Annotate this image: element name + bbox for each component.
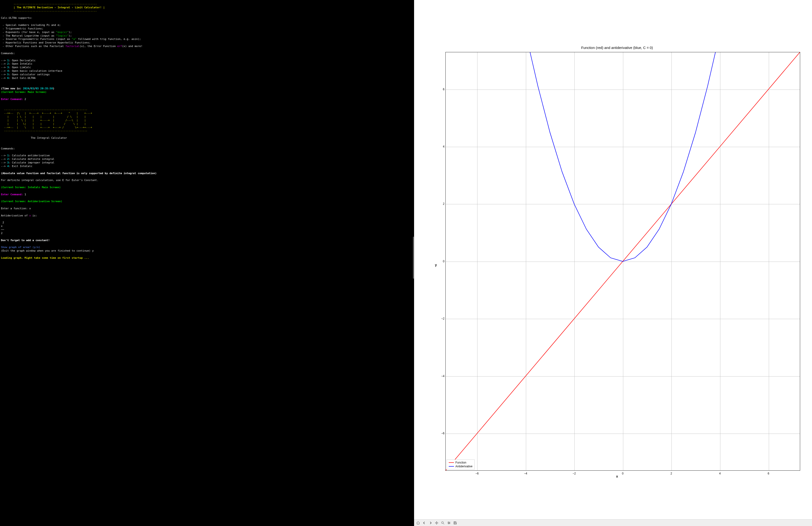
tick-x: −4 — [524, 472, 527, 475]
graph-pane: Function (red) and antiderivative (blue,… — [414, 0, 812, 526]
tick-y: −2 — [441, 317, 445, 321]
show-graph-q: Show graph of area? (y/n) — [1, 246, 40, 249]
home-button[interactable] — [415, 520, 421, 526]
plot-svg — [446, 52, 800, 471]
intecalc-art-6: ----------------------------------------… — [1, 129, 87, 132]
forward-button[interactable] — [427, 520, 434, 526]
svg-point-1 — [448, 522, 449, 523]
intecalc-subtitle: The Integral Calculator — [1, 137, 67, 140]
commands1-heading: Commands: — [1, 52, 15, 55]
banner-rule-top: ----------------------------------------… — [1, 2, 97, 5]
banner-rule-bot: ----------------------------------------… — [1, 10, 97, 13]
time-mm: 03 — [31, 87, 34, 90]
supports-l5-pre: - Inverse Trigonometric Functions (input… — [1, 38, 72, 41]
intecalc-art-0: ----------------------------------------… — [1, 108, 87, 111]
antideriv-post: is: — [31, 214, 37, 217]
intecalc-art-5: --++-- | \ | +----+ +---+ / \+---++---+ — [1, 126, 92, 129]
tick-x: 2 — [670, 472, 672, 475]
supports-l7-post: (x) and more! — [122, 45, 143, 48]
cmd2-txt-2: : Calculate definite integral — [9, 157, 54, 161]
legend-swatch-function — [449, 462, 454, 463]
chart-holder: Function (red) and antiderivative (blue,… — [434, 52, 800, 478]
result-top: 2 — [1, 221, 4, 224]
back-button[interactable] — [421, 520, 427, 526]
result-rule: ── — [1, 228, 4, 231]
supports-l3-post: ); — [69, 31, 72, 34]
supports-l7-mid: (x), the Error Function — [79, 45, 117, 48]
time-post: ) — [53, 87, 55, 90]
supports-l5-post: followed with trig function, e.g. asin); — [76, 38, 141, 41]
zoom-button[interactable] — [440, 520, 446, 526]
tick-y: −6 — [441, 431, 445, 435]
svg-point-2 — [449, 523, 450, 523]
arrow-left-icon — [422, 521, 426, 525]
time-time: 20:35:58 — [39, 87, 53, 90]
show-graph-ans: y — [91, 249, 94, 252]
time-sep2: / — [34, 87, 35, 90]
result-mid: x — [1, 225, 4, 228]
loading-msg: Loading graph. Might take some time on f… — [1, 256, 89, 259]
time-yyyy: 2024 — [23, 87, 29, 90]
cmd2-txt-1: : Calculate antiderivative — [9, 154, 49, 157]
time-dd: 03 — [35, 87, 39, 90]
note-euler: For definite integral calculation, use E… — [1, 179, 99, 182]
cmd2-txt-3: : Calculate improper integral — [9, 161, 54, 164]
pan-button[interactable] — [434, 520, 440, 526]
screen2: (Current Screen: InteCalc Main Screen) — [1, 186, 61, 189]
show-graph-hint: (Exit the graph window when you are fini… — [1, 249, 91, 252]
cmd1-txt-2: : Open InteCalc — [9, 62, 32, 65]
plot-area[interactable]: Function Antiderivative — [446, 52, 800, 471]
enter-fn-label: Enter a function: — [1, 207, 28, 210]
prompt1-value: 2 — [23, 98, 26, 101]
tick-y: 2 — [441, 202, 445, 206]
chart-title: Function (red) and antiderivative (blue,… — [434, 45, 800, 50]
intecalc-art-2: | | \ | | | | / \ | | — [1, 115, 92, 118]
legend-row-antiderivative: Antiderivative — [449, 465, 473, 468]
prompt1-label: Enter Command: — [1, 98, 23, 101]
tick-x: −6 — [475, 472, 479, 475]
supports-l2: - Trigonometric functions; — [1, 27, 43, 30]
svg-point-0 — [441, 522, 444, 523]
cmd1-txt-3: : Open LimCalc — [9, 66, 31, 69]
screen1: (Current Screen: Main Screen) — [1, 90, 46, 94]
tick-y: 0 — [441, 259, 445, 263]
save-button[interactable] — [452, 520, 458, 526]
chart-canvas[interactable]: Function (red) and antiderivative (blue,… — [414, 0, 812, 520]
screen3: (Current Screen: Antiderivative Screen) — [1, 200, 62, 203]
legend-row-function: Function — [449, 461, 473, 465]
x-axis-label: x — [616, 474, 618, 479]
tick-y: 6 — [441, 87, 445, 91]
magnify-icon — [441, 521, 445, 525]
supports-l3-pre: - Exponents (for base e, input as — [1, 31, 56, 34]
tick-x: 6 — [768, 472, 769, 475]
tick-x: 4 — [719, 472, 721, 475]
supports-l7-fn1: factorial — [66, 45, 80, 48]
series-antiderivative — [530, 52, 715, 261]
prompt2-label: Enter Command: — [1, 193, 23, 196]
tick-y: 4 — [441, 145, 445, 148]
cmd1-txt-6: : Quit Calc-ULTRA — [9, 76, 35, 80]
result-bot: 2 — [1, 232, 4, 235]
intecalc-art-1: --++-- |\ | +----+ +----+ +---+ ^ | +---… — [1, 112, 92, 115]
cmd2-txt-4: : Exit InteCalc — [9, 165, 32, 168]
supports-l4-post: ); — [69, 34, 72, 37]
supports-l6-pre: - Hyperbolic Functions and Inverse Hyper… — [1, 41, 91, 44]
supports-l4-code: "log(x)" — [56, 34, 69, 37]
sliders-icon — [447, 521, 451, 525]
configure-button[interactable] — [446, 520, 452, 526]
constant-note: Don't forget to add a constant! — [1, 239, 49, 242]
supports-l7-fn2: erf — [117, 45, 122, 48]
tick-x: −2 — [572, 472, 576, 475]
legend-swatch-antiderivative — [449, 466, 454, 467]
antideriv-pre: Antiderivative of — [1, 214, 29, 217]
supports-l1: - Special numbers including Pi and e; — [1, 24, 61, 27]
supports-l5-code: "a" — [72, 38, 76, 41]
prompt2-value: 1 — [23, 193, 26, 196]
legend: Function Antiderivative — [447, 459, 475, 469]
svg-point-3 — [449, 523, 449, 524]
legend-label-antiderivative: Antiderivative — [455, 465, 473, 468]
cmd1-txt-5: : Open calculator settings — [9, 73, 49, 76]
tick-x: 0 — [622, 472, 624, 475]
terminal-pane[interactable]: ----------------------------------------… — [0, 0, 414, 526]
y-axis-label: y — [435, 262, 437, 267]
